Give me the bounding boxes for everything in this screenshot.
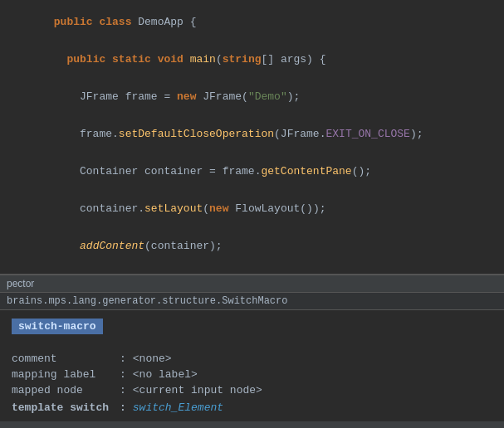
jframe-field-paren: (JFrame. bbox=[274, 128, 325, 140]
semicolon-3: (); bbox=[352, 165, 371, 178]
line-content-8: frame.pack(); bbox=[15, 265, 497, 274]
prop-value-comment: <none> bbox=[133, 353, 172, 365]
keyword-string: string bbox=[223, 53, 262, 66]
code-line-4: frame.setDefaultCloseOperation(JFrame.EX… bbox=[0, 115, 504, 153]
semicolon-2: ); bbox=[410, 128, 423, 140]
prop-mapping-label: mapping label : <no label> bbox=[12, 368, 492, 381]
method-main: main bbox=[190, 53, 216, 66]
line-content-1: public class DemoApp { bbox=[15, 3, 497, 41]
method-setDefaultClose: setDefaultCloseOperation bbox=[119, 128, 274, 140]
string-demo: "Demo" bbox=[248, 90, 287, 103]
code-line-1: public class DemoApp { bbox=[0, 3, 504, 41]
bottom-panel: pector brains.mps.lang.generator.structu… bbox=[0, 274, 504, 428]
prop-value-mapped: <current input node> bbox=[133, 384, 262, 396]
args-sig: [] args) { bbox=[262, 53, 326, 66]
field-exit-on-close: EXIT_ON_CLOSE bbox=[325, 128, 409, 140]
prop-label-comment: comment bbox=[12, 353, 120, 365]
indent-2 bbox=[54, 53, 67, 66]
semicolon-1: ); bbox=[287, 90, 301, 103]
container-assign: Container container = frame. bbox=[54, 165, 262, 178]
panel-title-text: pector bbox=[7, 278, 34, 289]
keyword-new-2: new bbox=[209, 202, 235, 215]
line-content-3: JFrame frame = new JFrame("Demo"); bbox=[15, 78, 497, 115]
prop-colon-comment: : bbox=[120, 353, 126, 365]
prop-label-mapping: mapping label bbox=[12, 368, 120, 381]
node-type-box: switch-macro bbox=[12, 319, 492, 344]
line-content-5: Container container = frame.getContentPa… bbox=[15, 153, 497, 190]
prop-comment: comment : <none> bbox=[12, 353, 492, 365]
code-line-2: public static void main(string[] args) { bbox=[0, 41, 504, 78]
code-line-3: JFrame frame = new JFrame("Demo"); bbox=[0, 78, 504, 115]
code-line-8: frame.pack(); bbox=[0, 265, 504, 274]
frame-setdefault: frame. bbox=[54, 128, 119, 140]
method-getContentPane: getContentPane bbox=[261, 165, 351, 178]
code-line-7: addContent(container); bbox=[0, 227, 504, 265]
prop-colon-mapping: : bbox=[120, 368, 126, 381]
container-setlayout: container. bbox=[54, 202, 144, 215]
switch-macro-badge: switch-macro bbox=[12, 319, 103, 334]
prop-label-template: template switch bbox=[12, 401, 120, 414]
prop-colon-template: : bbox=[120, 401, 126, 414]
method-addContent: addContent bbox=[80, 240, 144, 252]
method-setLayout: setLayout bbox=[144, 202, 203, 215]
code-line-5: Container container = frame.getContentPa… bbox=[0, 153, 504, 190]
code-line-6: container.setLayout(new FlowLayout()); bbox=[0, 190, 504, 227]
keyword-new-1: new bbox=[177, 90, 203, 103]
code-editor: public class DemoApp { public static voi… bbox=[0, 0, 504, 274]
jframe-new: JFrame frame = bbox=[54, 90, 177, 103]
indent-addcontent bbox=[54, 240, 80, 252]
line-content-4: frame.setDefaultCloseOperation(JFrame.EX… bbox=[15, 115, 497, 153]
jframe-type: JFrame( bbox=[203, 90, 248, 103]
prop-mapped-node: mapped node : <current input node> bbox=[12, 384, 492, 396]
panel-breadcrumb: brains.mps.lang.generator.structure.Swit… bbox=[0, 293, 504, 310]
panel-title-bar: pector bbox=[0, 275, 504, 293]
prop-value-template: switch_Element bbox=[133, 401, 223, 414]
panel-content: switch-macro comment : <none> mapping la… bbox=[0, 310, 504, 421]
paren-layout: ( bbox=[203, 202, 209, 215]
keyword-public: public class bbox=[54, 16, 132, 28]
line-content-7: addContent(container); bbox=[15, 227, 497, 265]
addcontent-args: (container); bbox=[144, 240, 223, 252]
prop-label-mapped: mapped node bbox=[12, 384, 120, 396]
line-content-6: container.setLayout(new FlowLayout()); bbox=[15, 190, 497, 227]
prop-colon-mapped: : bbox=[120, 384, 126, 396]
keyword-public-static: public static void bbox=[66, 53, 189, 66]
line-content-2: public static void main(string[] args) { bbox=[15, 41, 497, 78]
breadcrumb-text: brains.mps.lang.generator.structure.Swit… bbox=[7, 295, 287, 307]
class-name: DemoApp { bbox=[131, 16, 196, 28]
paren-1: ( bbox=[216, 53, 223, 66]
prop-value-mapping: <no label> bbox=[133, 368, 198, 381]
flowlayout: FlowLayout()); bbox=[235, 202, 325, 215]
prop-template-switch: template switch : switch_Element bbox=[12, 401, 492, 414]
